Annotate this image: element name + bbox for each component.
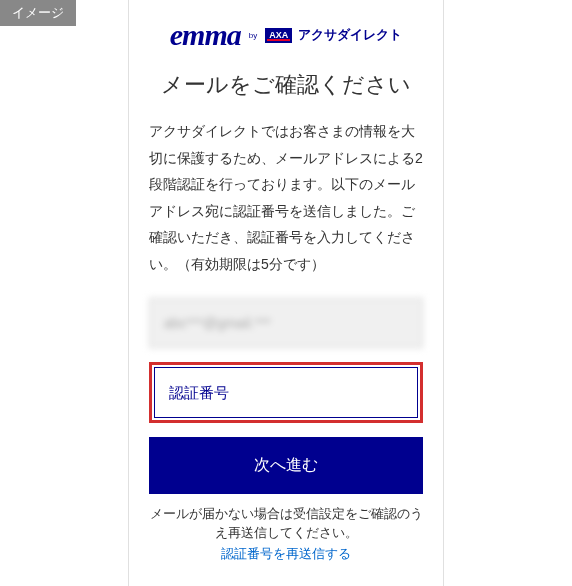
logo-row: emma by AXA アクサダイレクト (149, 18, 423, 52)
axa-logo-icon: AXA (265, 28, 292, 43)
code-input-highlight (149, 362, 423, 423)
page-title: メールをご確認ください (149, 70, 423, 100)
resend-instruction: メールが届かない場合は受信設定をご確認のうえ再送信してください。 (149, 504, 423, 543)
emma-logo: emma (170, 18, 241, 52)
axa-direct-text: アクサダイレクト (298, 26, 402, 44)
image-badge: イメージ (0, 0, 76, 26)
description-text: アクサダイレクトではお客さまの情報を大切に保護するため、メールアドレスによる2段… (149, 118, 423, 278)
email-display: abc***@gmail.*** (149, 298, 423, 348)
next-button[interactable]: 次へ進む (149, 437, 423, 494)
resend-link[interactable]: 認証番号を再送信する (149, 545, 423, 563)
by-text: by (249, 31, 257, 40)
phone-screen: emma by AXA アクサダイレクト メールをご確認ください アクサダイレク… (128, 0, 444, 586)
verification-code-input[interactable] (154, 367, 418, 418)
